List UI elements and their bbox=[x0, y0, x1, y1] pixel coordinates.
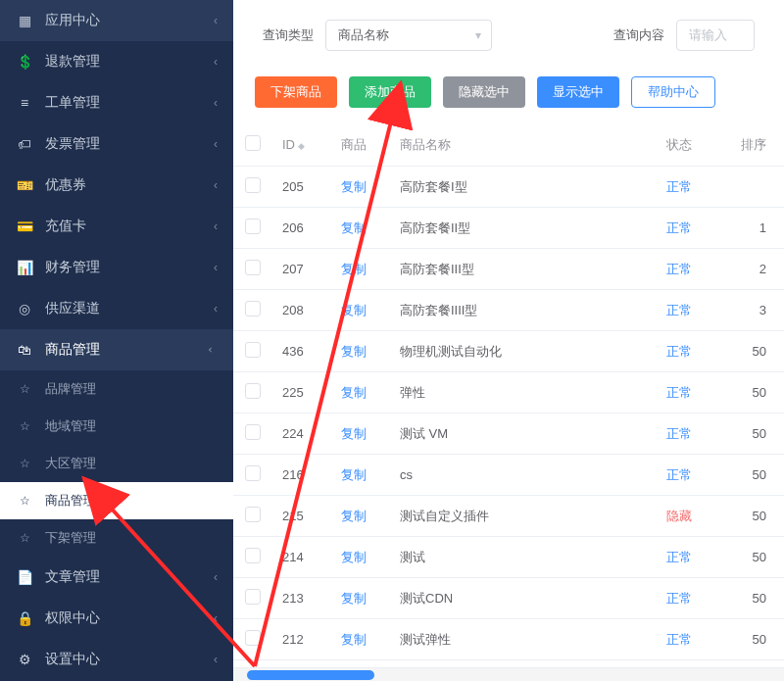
nav-item-a2[interactable]: ⚙ 设置中心 ‹ bbox=[0, 639, 233, 680]
row-checkbox[interactable] bbox=[245, 589, 261, 605]
filter-content-input[interactable]: 请输入 bbox=[676, 20, 755, 51]
cell-name: 测试 bbox=[390, 537, 657, 578]
show-button[interactable]: 显示选中 bbox=[537, 76, 619, 108]
sub-label: 地域管理 bbox=[45, 417, 96, 435]
nav-item-a0[interactable]: 📄 文章管理 ‹ bbox=[0, 557, 233, 598]
chevron-icon: ‹ bbox=[214, 570, 218, 584]
nav-item-4[interactable]: 🎫 优惠券 ‹ bbox=[0, 165, 233, 206]
product-table: ID 商品 商品名称 状态 排序 205 复制 高防套餐I型 正常 206 复制… bbox=[233, 123, 784, 667]
cell-name: 测试自定义插件 bbox=[390, 496, 657, 537]
row-checkbox[interactable] bbox=[245, 177, 261, 193]
cell-name: 测试CDN bbox=[390, 578, 657, 619]
nav-label: 发票管理 bbox=[45, 135, 100, 153]
row-checkbox[interactable] bbox=[245, 424, 261, 440]
cell-sort: 50 bbox=[725, 537, 784, 578]
sub-label: 大区管理 bbox=[45, 455, 96, 472]
coupon-icon: 🎫 bbox=[16, 176, 33, 194]
star-icon: ☆ bbox=[20, 531, 35, 545]
row-checkbox[interactable] bbox=[245, 548, 261, 563]
table-row: 225 复制 弹性 正常 50 bbox=[233, 372, 784, 413]
nav-item-2[interactable]: ≡ 工单管理 ‹ bbox=[0, 82, 233, 123]
cell-id: 208 bbox=[272, 290, 331, 331]
copy-link[interactable]: 复制 bbox=[341, 467, 367, 482]
copy-link[interactable]: 复制 bbox=[341, 632, 367, 647]
nav-item-6[interactable]: 📊 财务管理 ‹ bbox=[0, 247, 233, 288]
cell-name: 高防套餐II型 bbox=[390, 208, 657, 249]
row-checkbox[interactable] bbox=[245, 465, 261, 481]
nav-label: 工单管理 bbox=[45, 94, 100, 112]
nav-item-5[interactable]: 💳 充值卡 ‹ bbox=[0, 206, 233, 247]
chevron-icon: ‹ bbox=[214, 653, 218, 666]
add-button[interactable]: 添加商品 bbox=[349, 76, 431, 108]
scrollbar-thumb[interactable] bbox=[247, 670, 374, 680]
col-sort: 排序 bbox=[725, 123, 784, 167]
sub-item-1[interactable]: ☆ 地域管理 bbox=[0, 408, 233, 445]
status-badge: 正常 bbox=[666, 591, 692, 606]
cell-id: 205 bbox=[272, 167, 331, 208]
status-badge: 正常 bbox=[666, 262, 692, 276]
chevron-icon: ‹ bbox=[214, 261, 218, 274]
help-button[interactable]: 帮助中心 bbox=[631, 76, 715, 108]
copy-link[interactable]: 复制 bbox=[341, 591, 367, 606]
copy-link[interactable]: 复制 bbox=[341, 179, 367, 194]
nav-item-3[interactable]: 🏷 发票管理 ‹ bbox=[0, 123, 233, 165]
nav-label: 应用中心 bbox=[45, 12, 100, 29]
sub-item-2[interactable]: ☆ 大区管理 bbox=[0, 445, 233, 482]
row-checkbox[interactable] bbox=[245, 342, 261, 358]
col-name: 商品名称 bbox=[390, 123, 657, 167]
grid-icon: ▦ bbox=[16, 12, 33, 29]
chevron-icon: ‹ bbox=[214, 96, 218, 110]
cell-name: 弹性 bbox=[390, 372, 657, 413]
nav-label: 充值卡 bbox=[45, 218, 86, 235]
copy-link[interactable]: 复制 bbox=[341, 550, 367, 564]
copy-link[interactable]: 复制 bbox=[341, 426, 367, 441]
table-row: 213 复制 测试CDN 正常 50 bbox=[233, 578, 784, 619]
sub-label: 品牌管理 bbox=[45, 380, 96, 398]
table-row: 212 复制 测试弹性 正常 50 bbox=[233, 619, 784, 660]
table-row: 214 复制 测试 正常 50 bbox=[233, 537, 784, 578]
filter-type-label: 查询类型 bbox=[263, 26, 314, 44]
cell-name: 高防套餐IIII型 bbox=[390, 290, 657, 331]
nav-item-products[interactable]: 🛍 商品管理 ⌄ bbox=[0, 329, 233, 370]
horizontal-scrollbar[interactable] bbox=[233, 667, 784, 681]
row-checkbox[interactable] bbox=[245, 301, 261, 316]
filter-type-select[interactable]: 商品名称 bbox=[325, 20, 492, 51]
nav-item-1[interactable]: 💲 退款管理 ‹ bbox=[0, 41, 233, 82]
nav-item-0[interactable]: ▦ 应用中心 ‹ bbox=[0, 0, 233, 41]
table-row: 208 复制 高防套餐IIII型 正常 3 bbox=[233, 290, 784, 331]
row-checkbox[interactable] bbox=[245, 630, 261, 646]
sub-item-0[interactable]: ☆ 品牌管理 bbox=[0, 370, 233, 408]
row-checkbox[interactable] bbox=[245, 260, 261, 275]
cell-name: 测试 VM bbox=[390, 413, 657, 455]
cell-name: 测试主机 bbox=[390, 660, 657, 668]
cell-sort: 50 bbox=[725, 660, 784, 668]
copy-link[interactable]: 复制 bbox=[341, 509, 367, 523]
copy-link[interactable]: 复制 bbox=[341, 303, 367, 317]
chevron-down-icon: ⌄ bbox=[206, 345, 220, 355]
sub-item-3[interactable]: ☆ 商品管理 bbox=[0, 482, 233, 519]
row-checkbox[interactable] bbox=[245, 219, 261, 234]
copy-link[interactable]: 复制 bbox=[341, 262, 367, 276]
cell-sort: 50 bbox=[725, 496, 784, 537]
sub-item-4[interactable]: ☆ 下架管理 bbox=[0, 519, 233, 557]
nav-item-a1[interactable]: 🔒 权限中心 ‹ bbox=[0, 598, 233, 639]
money-icon: 💲 bbox=[16, 53, 33, 71]
col-id[interactable]: ID bbox=[272, 123, 331, 167]
chevron-icon: ‹ bbox=[214, 611, 218, 625]
nav-item-7[interactable]: ◎ 供应渠道 ‹ bbox=[0, 288, 233, 329]
copy-link[interactable]: 复制 bbox=[341, 344, 367, 359]
status-badge: 正常 bbox=[666, 179, 692, 194]
offline-button[interactable]: 下架商品 bbox=[255, 76, 337, 108]
copy-link[interactable]: 复制 bbox=[341, 385, 367, 400]
col-product: 商品 bbox=[331, 123, 390, 167]
cell-id: 215 bbox=[272, 496, 331, 537]
select-all-checkbox[interactable] bbox=[245, 135, 261, 151]
row-checkbox[interactable] bbox=[245, 507, 261, 522]
status-badge: 正常 bbox=[666, 426, 692, 441]
star-icon: ☆ bbox=[20, 382, 35, 396]
star-icon: ☆ bbox=[20, 457, 35, 470]
copy-link[interactable]: 复制 bbox=[341, 220, 367, 235]
row-checkbox[interactable] bbox=[245, 383, 261, 399]
hide-button[interactable]: 隐藏选中 bbox=[443, 76, 525, 108]
cell-sort: 50 bbox=[725, 455, 784, 496]
